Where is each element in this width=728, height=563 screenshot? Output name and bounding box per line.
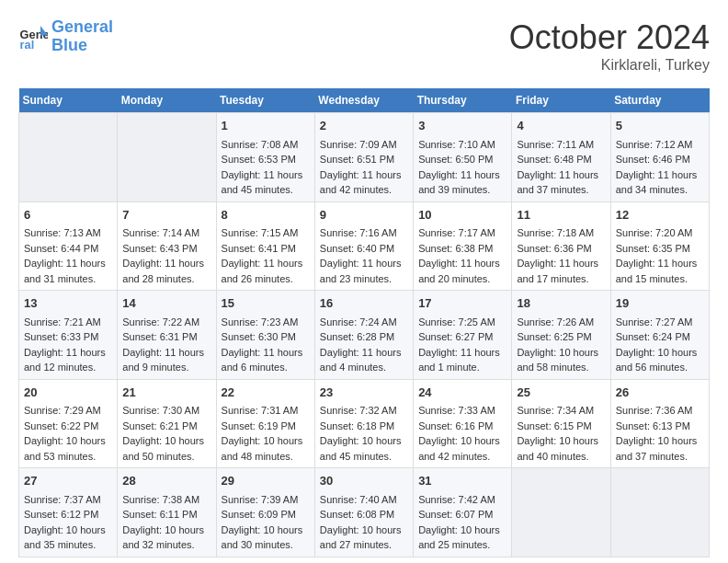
day-info: Sunset: 6:15 PM: [517, 419, 605, 434]
day-of-week-header: SundayMondayTuesdayWednesdayThursdayFrid…: [19, 88, 710, 113]
day-info: Sunset: 6:46 PM: [616, 152, 704, 167]
calendar-cell: 18Sunrise: 7:26 AMSunset: 6:25 PMDayligh…: [512, 291, 610, 380]
calendar-cell: 21Sunrise: 7:30 AMSunset: 6:21 PMDayligh…: [118, 379, 216, 468]
calendar-cell: 13Sunrise: 7:21 AMSunset: 6:33 PMDayligh…: [19, 291, 118, 380]
location: Kirklareli, Turkey: [509, 57, 710, 74]
day-number: 23: [320, 384, 408, 402]
calendar-cell: 25Sunrise: 7:34 AMSunset: 6:15 PMDayligh…: [512, 379, 610, 468]
dow-sunday: Sunday: [19, 88, 118, 113]
calendar-cell: [610, 468, 709, 557]
day-number: 18: [517, 294, 605, 313]
calendar-cell: 31Sunrise: 7:42 AMSunset: 6:07 PMDayligh…: [414, 468, 512, 557]
day-info: Daylight: 11 hours and 15 minutes.: [616, 256, 704, 286]
day-info: Daylight: 10 hours and 25 minutes.: [418, 523, 506, 553]
day-info: Sunrise: 7:18 AM: [517, 225, 605, 241]
logo: Gene ral General Blue: [18, 18, 113, 55]
day-number: 9: [320, 206, 408, 224]
day-number: 26: [616, 384, 704, 402]
calendar-cell: 30Sunrise: 7:40 AMSunset: 6:08 PMDayligh…: [314, 468, 413, 557]
calendar-cell: 7Sunrise: 7:14 AMSunset: 6:43 PMDaylight…: [118, 201, 216, 291]
day-number: 25: [517, 384, 605, 402]
day-info: Sunrise: 7:32 AM: [320, 403, 408, 419]
day-info: Sunrise: 7:29 AM: [24, 403, 112, 419]
day-info: Daylight: 10 hours and 56 minutes.: [616, 345, 704, 375]
calendar-cell: 2Sunrise: 7:09 AMSunset: 6:51 PMDaylight…: [314, 113, 413, 202]
day-number: 17: [418, 294, 506, 313]
dow-saturday: Saturday: [610, 88, 709, 113]
day-info: Sunset: 6:51 PM: [320, 152, 408, 167]
day-number: 15: [222, 294, 310, 313]
calendar-cell: 28Sunrise: 7:38 AMSunset: 6:11 PMDayligh…: [118, 468, 216, 557]
day-info: Sunrise: 7:30 AM: [122, 403, 210, 419]
day-info: Sunrise: 7:38 AM: [122, 492, 210, 508]
day-number: 7: [122, 206, 210, 224]
calendar-cell: 14Sunrise: 7:22 AMSunset: 6:31 PMDayligh…: [118, 291, 216, 380]
day-info: Sunset: 6:43 PM: [122, 241, 210, 257]
day-info: Daylight: 11 hours and 12 minutes.: [24, 345, 112, 375]
day-info: Sunset: 6:19 PM: [222, 419, 310, 434]
day-info: Sunrise: 7:16 AM: [320, 225, 408, 241]
day-info: Sunset: 6:28 PM: [320, 329, 408, 345]
day-info: Sunset: 6:22 PM: [24, 419, 112, 434]
day-info: Daylight: 10 hours and 58 minutes.: [517, 345, 605, 375]
calendar-cell: 6Sunrise: 7:13 AMSunset: 6:44 PMDaylight…: [19, 201, 118, 291]
day-info: Sunset: 6:07 PM: [418, 507, 506, 523]
day-info: Sunrise: 7:31 AM: [222, 403, 310, 419]
week-row-4: 20Sunrise: 7:29 AMSunset: 6:22 PMDayligh…: [19, 379, 710, 468]
day-number: 21: [122, 384, 210, 402]
day-number: 8: [222, 206, 310, 224]
day-info: Sunrise: 7:14 AM: [122, 225, 210, 241]
dow-friday: Friday: [512, 88, 610, 113]
week-row-3: 13Sunrise: 7:21 AMSunset: 6:33 PMDayligh…: [19, 291, 710, 380]
calendar-cell: 17Sunrise: 7:25 AMSunset: 6:27 PMDayligh…: [414, 291, 512, 380]
day-info: Daylight: 10 hours and 48 minutes.: [222, 433, 310, 464]
day-number: 31: [418, 472, 506, 490]
day-info: Daylight: 10 hours and 35 minutes.: [24, 523, 112, 553]
day-info: Sunset: 6:24 PM: [616, 329, 704, 345]
logo-text: General Blue: [51, 18, 113, 55]
day-info: Daylight: 11 hours and 26 minutes.: [222, 256, 310, 286]
day-number: 10: [418, 206, 506, 224]
day-info: Daylight: 11 hours and 23 minutes.: [320, 256, 408, 286]
day-info: Sunrise: 7:37 AM: [24, 492, 112, 508]
day-info: Sunset: 6:33 PM: [24, 329, 112, 345]
calendar-cell: 20Sunrise: 7:29 AMSunset: 6:22 PMDayligh…: [19, 379, 118, 468]
logo-icon: Gene ral: [18, 22, 48, 52]
day-info: Sunrise: 7:11 AM: [517, 137, 605, 153]
day-info: Sunrise: 7:27 AM: [616, 315, 704, 330]
day-info: Sunrise: 7:21 AM: [24, 315, 112, 330]
calendar-cell: 16Sunrise: 7:24 AMSunset: 6:28 PMDayligh…: [314, 291, 413, 380]
day-info: Sunrise: 7:22 AM: [122, 315, 210, 330]
day-info: Daylight: 10 hours and 32 minutes.: [122, 523, 210, 553]
day-number: 20: [24, 384, 112, 402]
day-info: Sunrise: 7:33 AM: [418, 403, 506, 419]
calendar-cell: 8Sunrise: 7:15 AMSunset: 6:41 PMDaylight…: [216, 201, 314, 291]
day-info: Sunset: 6:27 PM: [418, 329, 506, 345]
calendar-cell: 12Sunrise: 7:20 AMSunset: 6:35 PMDayligh…: [610, 201, 709, 291]
calendar-cell: 9Sunrise: 7:16 AMSunset: 6:40 PMDaylight…: [314, 201, 413, 291]
day-info: Sunset: 6:36 PM: [517, 241, 605, 257]
dow-tuesday: Tuesday: [216, 88, 314, 113]
day-info: Sunrise: 7:39 AM: [222, 492, 310, 508]
calendar-cell: 4Sunrise: 7:11 AMSunset: 6:48 PMDaylight…: [512, 113, 610, 202]
day-info: Sunset: 6:18 PM: [320, 419, 408, 434]
calendar-cell: 15Sunrise: 7:23 AMSunset: 6:30 PMDayligh…: [216, 291, 314, 380]
calendar-body: 1Sunrise: 7:08 AMSunset: 6:53 PMDaylight…: [19, 113, 710, 557]
day-info: Daylight: 11 hours and 4 minutes.: [320, 345, 408, 375]
calendar-cell: 11Sunrise: 7:18 AMSunset: 6:36 PMDayligh…: [512, 201, 610, 291]
calendar-cell: [19, 113, 118, 202]
day-info: Sunset: 6:48 PM: [517, 152, 605, 167]
week-row-1: 1Sunrise: 7:08 AMSunset: 6:53 PMDaylight…: [19, 113, 710, 202]
day-info: Sunset: 6:35 PM: [616, 241, 704, 257]
day-info: Daylight: 11 hours and 1 minute.: [418, 345, 506, 375]
day-info: Daylight: 11 hours and 45 minutes.: [222, 167, 310, 198]
day-info: Daylight: 11 hours and 20 minutes.: [418, 256, 506, 286]
day-info: Sunset: 6:41 PM: [222, 241, 310, 257]
day-info: Sunset: 6:12 PM: [24, 507, 112, 523]
day-number: 28: [122, 472, 210, 490]
day-info: Sunset: 6:38 PM: [418, 241, 506, 257]
day-info: Daylight: 10 hours and 30 minutes.: [222, 523, 310, 553]
day-info: Sunrise: 7:10 AM: [418, 137, 506, 153]
day-info: Sunrise: 7:13 AM: [24, 225, 112, 241]
day-info: Daylight: 11 hours and 9 minutes.: [122, 345, 210, 375]
